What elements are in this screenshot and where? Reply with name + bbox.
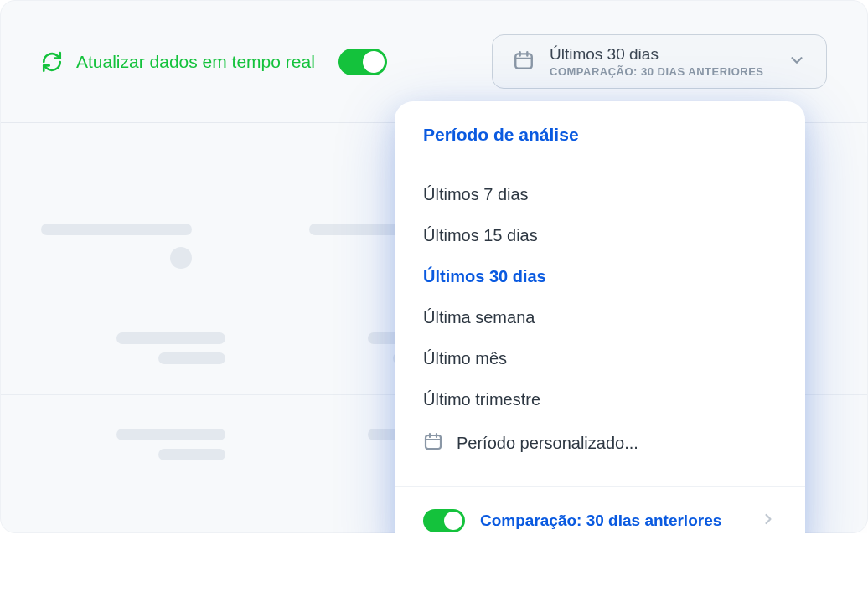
custom-period-label: Período personalizado... [457, 434, 638, 453]
svg-rect-0 [515, 54, 532, 68]
period-texts: Últimos 30 dias COMPARAÇÃO: 30 DIAS ANTE… [550, 45, 772, 78]
period-option[interactable]: Último trimestre [423, 379, 777, 420]
dropdown-list: Últimos 7 dias Últimos 15 dias Últimos 3… [395, 162, 805, 486]
calendar-icon [513, 49, 535, 75]
dropdown-footer: Comparação: 30 dias anteriores [395, 486, 805, 533]
dashboard-card: Atualizar dados em tempo real Últimos 30… [0, 0, 868, 533]
period-option[interactable]: Último mês [423, 338, 777, 379]
period-main: Últimos 30 dias [550, 45, 772, 64]
comparison-label: Comparação: 30 dias anteriores [480, 512, 745, 530]
chevron-right-icon [760, 511, 777, 531]
comparison-toggle[interactable] [423, 509, 465, 532]
refresh-toggle[interactable] [338, 49, 387, 75]
period-dropdown: Período de análise Últimos 7 dias Último… [395, 101, 805, 533]
refresh-group: Atualizar dados em tempo real [41, 49, 387, 75]
refresh-icon [41, 51, 63, 73]
calendar-icon [423, 431, 443, 455]
period-selector[interactable]: Últimos 30 dias COMPARAÇÃO: 30 DIAS ANTE… [492, 34, 827, 89]
chevron-down-icon [788, 51, 806, 73]
period-option-custom[interactable]: Período personalizado... [423, 420, 777, 466]
refresh-label: Atualizar dados em tempo real [76, 52, 315, 72]
dropdown-title: Período de análise [395, 101, 805, 162]
svg-rect-1 [426, 435, 441, 449]
period-option[interactable]: Últimos 7 dias [423, 174, 777, 215]
period-option[interactable]: Última semana [423, 297, 777, 338]
period-option-selected[interactable]: Últimos 30 dias [423, 256, 777, 297]
period-option[interactable]: Últimos 15 dias [423, 215, 777, 256]
period-comparison: COMPARAÇÃO: 30 DIAS ANTERIORES [550, 65, 772, 78]
